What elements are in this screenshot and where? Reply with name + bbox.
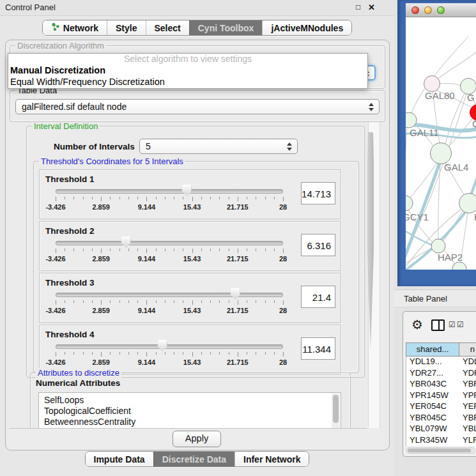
table-row[interactable]: YBR043CYBR0 <box>406 379 476 390</box>
slider-thumb[interactable] <box>231 288 240 300</box>
cell-shared-name: YBR045C <box>406 413 460 424</box>
numerical-attributes-label: Numerical Attributes <box>36 378 120 388</box>
tick-label: 21.715 <box>227 255 249 263</box>
popup-item[interactable]: Equal Width/Frequency Discretization <box>8 76 367 88</box>
table-row[interactable]: YLR345WYLR3 <box>406 435 476 447</box>
slider-tick-labels: -3.4262.8599.14415.4321.71528 <box>56 358 283 366</box>
slider-track[interactable] <box>56 344 283 349</box>
float-window-icon[interactable]: □ <box>356 3 360 12</box>
popup-item[interactable]: Manual Discretization <box>8 65 367 76</box>
tab-style[interactable]: Style <box>107 20 145 35</box>
node-label-gal4: GAL4 <box>444 162 468 173</box>
tick-label: -3.426 <box>45 203 65 211</box>
minimize-traffic-light[interactable] <box>424 6 432 14</box>
zoom-traffic-light[interactable] <box>437 6 445 14</box>
thresholds-group-label: Threshold's Coordinates for 5 Intervals <box>39 157 185 166</box>
form-vertical-scrollbar[interactable] <box>368 122 380 428</box>
cell-name: YER0 <box>460 401 476 413</box>
threshold-slider[interactable]: -3.4262.8599.14415.4321.71528 <box>56 222 283 270</box>
gear-icon[interactable]: ⚙ <box>411 317 423 332</box>
tab-select[interactable]: Select <box>146 20 189 35</box>
node-gal80[interactable] <box>424 76 440 92</box>
tick-label: 28 <box>279 358 287 366</box>
slider-thumb[interactable] <box>158 340 167 351</box>
cell-name: YDL1 <box>460 357 476 368</box>
close-window-icon[interactable]: ✕ <box>368 3 375 12</box>
interval-definition-group: Interval Definition Number of Intervals … <box>26 126 365 378</box>
split-columns-icon[interactable] <box>431 319 445 331</box>
num-intervals-select[interactable]: 5 <box>139 139 298 154</box>
table-row[interactable]: YBL079WYBL0 <box>406 424 476 435</box>
tab-impute-data[interactable]: Impute Data <box>86 452 153 466</box>
table-row[interactable]: YBR045CYBR0 <box>406 413 476 424</box>
node-label-c: C <box>472 118 476 129</box>
attributes-listbox[interactable]: SelfLoopsTopologicalCoefficientBetweenne… <box>38 392 341 429</box>
cell-name: YBL0 <box>460 424 476 435</box>
column-header-name[interactable]: n <box>459 342 476 357</box>
tab-cyni-toolbox[interactable]: Cyni Toolbox <box>189 20 263 35</box>
node-label-hap2: HAP2 <box>438 252 463 263</box>
node-gal4[interactable] <box>431 143 452 164</box>
slider-thumb[interactable] <box>121 236 131 248</box>
tab-discretize-data[interactable]: Discretize Data <box>153 452 234 466</box>
threshold-value-box[interactable]: 6.316 <box>301 234 335 256</box>
threshold-value-box[interactable]: 14.713 <box>301 182 335 204</box>
tick-label: 15.43 <box>183 358 201 366</box>
attribute-item[interactable]: SelfLoops <box>44 395 341 406</box>
slider-track[interactable] <box>56 189 283 194</box>
table-row[interactable]: YER054CYER0 <box>406 401 476 413</box>
column-header-shared[interactable]: shared... <box>406 342 459 357</box>
tick-label: 21.715 <box>227 307 249 314</box>
tick-label: -3.426 <box>45 358 65 366</box>
checkbox-icon[interactable]: ☑ <box>449 320 456 329</box>
thresholds-group: Threshold's Coordinates for 5 Intervals … <box>33 161 359 373</box>
attributes-list-scrollbar[interactable] <box>332 394 340 429</box>
table-row[interactable]: YDL19...YDL1 <box>406 357 476 368</box>
node-label-gcy1: GCY1 <box>406 211 429 222</box>
slider-tick-labels: -3.4262.8599.14415.4321.71528 <box>56 203 283 211</box>
right-region: GAL80 G C GAL11 GAL4 GCY1 H HAP2 Table P… <box>394 0 476 476</box>
table-horizontal-scrollbar[interactable] <box>406 447 475 454</box>
node-label-g: G <box>467 92 475 103</box>
tab-jactivemnodules[interactable]: jActiveMNodules <box>262 20 351 35</box>
tab-label: Cyni Toolbox <box>198 23 254 33</box>
num-intervals-value: 5 <box>146 141 151 151</box>
slider-thumb[interactable] <box>182 185 192 196</box>
node-label-gal80: GAL80 <box>425 90 455 101</box>
threshold-panel: Threshold 3 -3.4262.8599.14415.4321.7152… <box>39 273 341 323</box>
apply-row: Apply <box>10 429 384 450</box>
node-h-partial[interactable] <box>459 194 476 213</box>
checkbox-icon[interactable]: ☑ <box>457 320 464 329</box>
apply-button[interactable]: Apply <box>173 431 221 447</box>
attribute-item[interactable]: TopologicalCoefficient <box>44 406 341 417</box>
attribute-item[interactable]: BetweennessCentrality <box>44 417 341 427</box>
threshold-value-box[interactable]: 11.344 <box>301 337 335 360</box>
table-data-group: Table Data galFiltered.sif default node <box>10 90 385 122</box>
slider-ticks <box>56 197 283 202</box>
network-canvas[interactable]: GAL80 G C GAL11 GAL4 GCY1 H HAP2 <box>406 17 476 270</box>
table-rows: YDL19...YDL1YDR27...YDR2YBR043CYBR0YPR14… <box>406 357 476 446</box>
cell-shared-name: YER054C <box>406 401 460 413</box>
network-window: GAL80 G C GAL11 GAL4 GCY1 H HAP2 <box>406 3 476 270</box>
threshold-slider[interactable]: -3.4262.8599.14415.4321.71528 <box>56 325 283 374</box>
top-tab-bar: NetworkStyleSelectCyni ToolboxjActiveMNo… <box>0 20 394 36</box>
node-hap2[interactable] <box>431 239 445 253</box>
table-row[interactable]: YPR145WYPR1 <box>406 390 476 402</box>
table-data-select[interactable]: galFiltered.sif default node <box>15 99 380 114</box>
tick-label: 2.859 <box>92 203 110 211</box>
slider-track[interactable] <box>56 241 283 245</box>
node-gcy1[interactable] <box>406 196 413 211</box>
cell-name: YDR2 <box>460 368 476 380</box>
close-traffic-light[interactable] <box>411 6 419 14</box>
slider-track[interactable] <box>56 293 283 297</box>
threshold-panel: Threshold 4 -3.4262.8599.14415.4321.7152… <box>39 325 341 374</box>
tab-network[interactable]: Network <box>43 20 107 35</box>
network-nodes[interactable] <box>406 76 476 270</box>
tick-label: 15.43 <box>183 307 201 314</box>
table-row[interactable]: YDR27...YDR2 <box>406 368 476 380</box>
threshold-slider[interactable]: -3.4262.8599.14415.4321.71528 <box>56 273 283 322</box>
threshold-value-box[interactable]: 21.4 <box>301 286 335 308</box>
threshold-slider[interactable]: -3.4262.8599.14415.4321.71528 <box>56 170 283 219</box>
attributes-group: Attributes to discretize Numerical Attri… <box>30 372 351 429</box>
tab-infer-network[interactable]: Infer Network <box>234 452 309 466</box>
